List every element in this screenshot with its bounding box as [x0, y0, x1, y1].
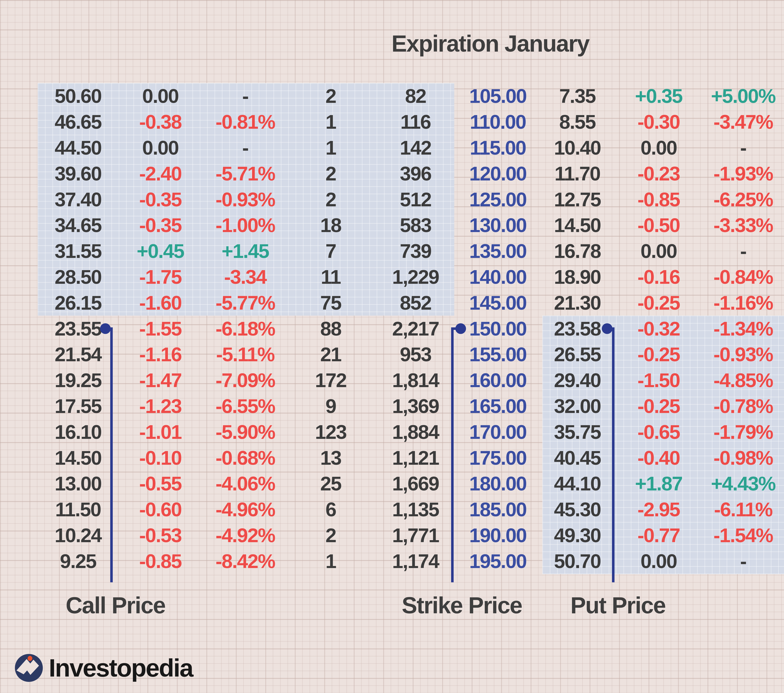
- table-row: 28.50-1.75-3.34111,229140.0018.90-0.16-0…: [38, 264, 784, 290]
- cell-put-change: -0.40: [617, 446, 700, 469]
- cell-call-change: -0.53: [119, 524, 202, 547]
- cell-call-open-interest: 1,135: [373, 498, 458, 521]
- cell-strike: 125.00: [458, 188, 538, 211]
- cell-call-open-interest: 512: [373, 188, 458, 211]
- cell-call-change: -0.60: [119, 498, 202, 521]
- cell-put-change: -0.23: [617, 162, 700, 185]
- cell-call-change: +0.45: [119, 240, 202, 262]
- cell-call-last: 28.50: [38, 265, 119, 288]
- investopedia-logo: Investopedia: [15, 653, 193, 682]
- cell-put-change: 0.00: [617, 240, 700, 262]
- cell-call-open-interest: 739: [373, 240, 458, 262]
- cell-put-change-pct: -0.93%: [700, 343, 784, 366]
- cell-put-change-pct: -3.33%: [700, 214, 784, 237]
- cell-call-volume: 2: [288, 84, 373, 107]
- cell-call-change-pct: -5.90%: [202, 420, 288, 443]
- cell-call-volume: 1: [288, 550, 373, 573]
- cell-put-change-pct: -1.79%: [700, 420, 784, 443]
- cell-strike: 150.00: [458, 317, 538, 340]
- cell-call-change-pct: -7.09%: [202, 369, 288, 392]
- cell-strike: 115.00: [458, 136, 538, 159]
- cell-call-change-pct: +1.45: [202, 240, 288, 262]
- cell-call-last: 44.50: [38, 136, 119, 159]
- cell-call-volume: 2: [288, 188, 373, 211]
- cell-call-change-pct: -: [202, 84, 288, 107]
- cell-call-open-interest: 1,884: [373, 420, 458, 443]
- cell-put-last: 16.78: [538, 240, 617, 262]
- cell-put-change: -0.32: [617, 317, 700, 340]
- cell-put-change: -0.50: [617, 214, 700, 237]
- cell-put-change-pct: -: [700, 240, 784, 262]
- investopedia-logo-text: Investopedia: [49, 653, 193, 682]
- cell-call-change-pct: -0.93%: [202, 188, 288, 211]
- put-price-label: Put Price: [570, 592, 665, 619]
- call-price-label: Call Price: [66, 592, 165, 619]
- cell-put-change-pct: -0.98%: [700, 446, 784, 469]
- cell-put-change: -0.85: [617, 188, 700, 211]
- cell-call-change: -2.40: [119, 162, 202, 185]
- cell-call-last: 9.25: [38, 550, 119, 573]
- cell-call-open-interest: 1,369: [373, 395, 458, 418]
- options-chain-infographic: Expiration January 50.600.00-282105.007.…: [0, 0, 784, 693]
- options-table: 50.600.00-282105.007.35+0.35+5.00%185846…: [38, 83, 784, 574]
- cell-put-change: -0.25: [617, 343, 700, 366]
- cell-put-last: 18.90: [538, 265, 617, 288]
- cell-put-change: -0.25: [617, 291, 700, 314]
- cell-call-volume: 7: [288, 240, 373, 262]
- cell-call-open-interest: 953: [373, 343, 458, 366]
- cell-call-change: -1.01: [119, 420, 202, 443]
- cell-call-change-pct: -1.00%: [202, 214, 288, 237]
- cell-strike: 140.00: [458, 265, 538, 288]
- cell-put-change-pct: -1.34%: [700, 317, 784, 340]
- cell-call-open-interest: 583: [373, 214, 458, 237]
- cell-call-open-interest: 1,669: [373, 472, 458, 495]
- cell-strike: 190.00: [458, 524, 538, 547]
- cell-strike: 175.00: [458, 446, 538, 469]
- cell-call-volume: 75: [288, 291, 373, 314]
- cell-call-change: -1.60: [119, 291, 202, 314]
- cell-call-open-interest: 852: [373, 291, 458, 314]
- table-row: 17.55-1.23-6.55%91,369165.0032.00-0.25-0…: [38, 393, 784, 419]
- cell-call-change: 0.00: [119, 84, 202, 107]
- cell-put-last: 32.00: [538, 395, 617, 418]
- cell-put-change-pct: +4.43%: [700, 472, 784, 495]
- cell-call-last: 16.10: [38, 420, 119, 443]
- cell-put-last: 10.40: [538, 136, 617, 159]
- cell-call-volume: 25: [288, 472, 373, 495]
- cell-call-change: -0.55: [119, 472, 202, 495]
- cell-call-volume: 6: [288, 498, 373, 521]
- cell-put-change: 0.00: [617, 136, 700, 159]
- cell-put-last: 40.45: [538, 446, 617, 469]
- cell-put-change: -0.65: [617, 420, 700, 443]
- cell-call-open-interest: 116: [373, 110, 458, 133]
- cell-put-last: 44.10: [538, 472, 617, 495]
- cell-strike: 170.00: [458, 420, 538, 443]
- cell-put-last: 14.50: [538, 214, 617, 237]
- table-row: 50.600.00-282105.007.35+0.35+5.00%1858: [38, 83, 784, 109]
- cell-call-volume: 123: [288, 420, 373, 443]
- cell-call-last: 39.60: [38, 162, 119, 185]
- cell-call-last: 19.25: [38, 369, 119, 392]
- page-title: Expiration January: [0, 30, 784, 57]
- cell-put-change-pct: -6.25%: [700, 188, 784, 211]
- table-row: 21.54-1.16-5.11%21953155.0026.55-0.25-0.…: [38, 341, 784, 367]
- cell-call-change-pct: -5.11%: [202, 343, 288, 366]
- cell-call-change-pct: -5.71%: [202, 162, 288, 185]
- cell-put-change: -1.50: [617, 369, 700, 392]
- table-row: 11.50-0.60-4.96%61,135185.0045.30-2.95-6…: [38, 497, 784, 522]
- cell-put-last: 8.55: [538, 110, 617, 133]
- cell-call-open-interest: 396: [373, 162, 458, 185]
- cell-put-change: +0.35: [617, 84, 700, 107]
- cell-strike: 130.00: [458, 214, 538, 237]
- cell-call-change: -1.16: [119, 343, 202, 366]
- cell-put-last: 50.70: [538, 550, 617, 573]
- cell-call-change-pct: -0.68%: [202, 446, 288, 469]
- cell-put-change-pct: -6.11%: [700, 498, 784, 521]
- cell-put-change-pct: -0.78%: [700, 395, 784, 418]
- cell-call-last: 13.00: [38, 472, 119, 495]
- cell-call-last: 17.55: [38, 395, 119, 418]
- cell-put-change-pct: -1.54%: [700, 524, 784, 547]
- cell-call-change: -0.35: [119, 214, 202, 237]
- cell-put-last: 45.30: [538, 498, 617, 521]
- cell-put-change-pct: -1.93%: [700, 162, 784, 185]
